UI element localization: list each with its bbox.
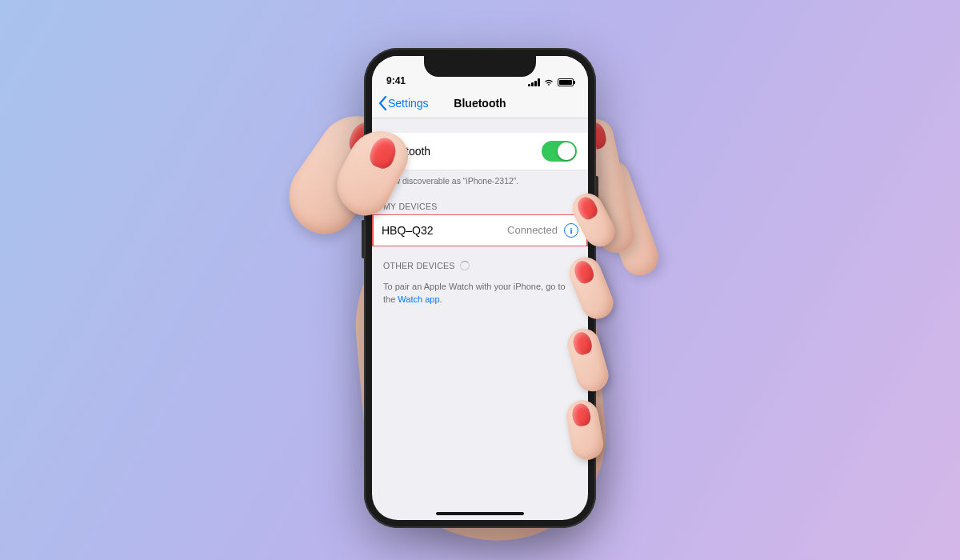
- phone-frame: 9:41 Settings Bluetooth Bluet: [364, 48, 596, 528]
- battery-icon: [558, 78, 574, 86]
- discoverable-text: Now discoverable as “iPhone-2312”.: [372, 170, 588, 187]
- device-row-hbq-q32[interactable]: HBQ–Q32 Connected i: [372, 214, 588, 246]
- other-devices-header: OTHER DEVICES: [372, 246, 588, 274]
- watch-app-link[interactable]: Watch app: [398, 294, 439, 304]
- info-icon[interactable]: i: [564, 223, 578, 238]
- status-time: 9:41: [386, 75, 406, 86]
- settings-content[interactable]: Bluetooth Now discoverable as “iPhone-23…: [372, 118, 588, 520]
- pair-hint-suffix: .: [440, 294, 442, 304]
- signal-icon: [528, 78, 540, 86]
- device-name: HBQ–Q32: [382, 224, 434, 237]
- wifi-icon: [543, 78, 554, 86]
- bluetooth-toggle[interactable]: [542, 141, 577, 162]
- device-status: Connected: [507, 224, 558, 236]
- home-indicator[interactable]: [436, 512, 524, 515]
- notch: [424, 56, 536, 77]
- my-devices-header: MY DEVICES: [372, 187, 588, 214]
- spinner-icon: [460, 261, 470, 270]
- page-title: Bluetooth: [454, 97, 506, 110]
- back-label: Settings: [388, 97, 429, 110]
- chevron-left-icon: [378, 96, 387, 110]
- back-button[interactable]: Settings: [378, 96, 429, 110]
- nav-bar: Settings Bluetooth: [372, 88, 588, 118]
- pair-hint-text: To pair an Apple Watch with your iPhone,…: [372, 274, 588, 313]
- other-devices-label: OTHER DEVICES: [383, 261, 455, 270]
